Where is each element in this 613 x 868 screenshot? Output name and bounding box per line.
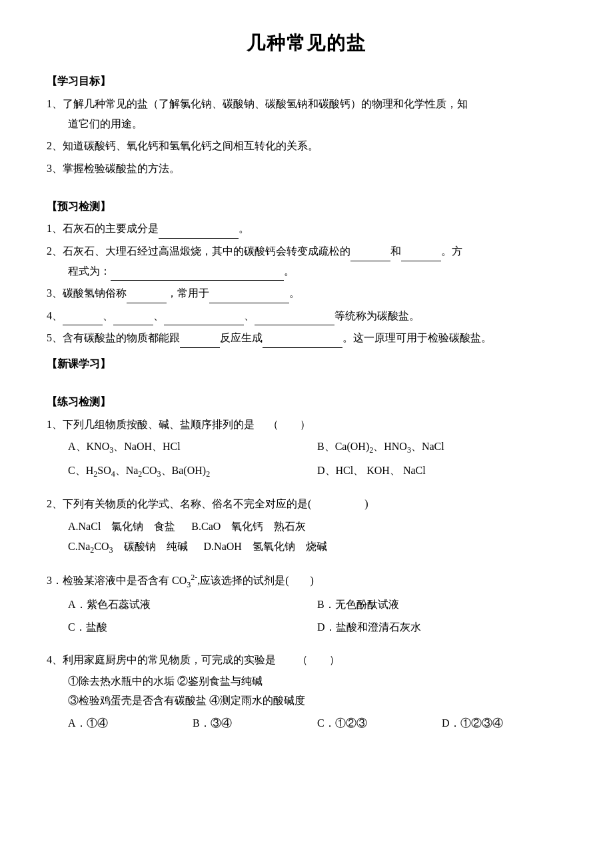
question-4: 4、利用家庭厨房中的常见物质，可完成的实验是 （ ） ①除去热水瓶中的水垢 ②鉴… — [47, 650, 566, 734]
learning-goal-2: 2、知道碳酸钙、氧化钙和氢氧化钙之间相互转化的关系。 — [47, 136, 566, 156]
q1-option-b: B、Ca(OH)2、HNO3、NaCl — [317, 437, 566, 458]
q3-option-b: B．无色酚酞试液 — [317, 595, 566, 615]
q4-sub-items: ①除去热水瓶中的水垢 ②鉴别食盐与纯碱 ③检验鸡蛋壳是否含有碳酸盐 ④测定雨水的… — [47, 672, 566, 711]
preview-q2: 2、石灰石、大理石经过高温煅烧，其中的碳酸钙会转变成疏松的和。方 程式为：。 — [47, 241, 566, 281]
question-2: 2、下列有关物质的化学式、名称、俗名不完全对应的是( ) A.NaCl 氯化钠 … — [47, 494, 566, 558]
q2-options-row2: C.Na2CO3 碳酸钠 纯碱 D.NaOH 氢氧化钠 烧碱 — [47, 537, 566, 558]
page-title: 几种常见的盐 — [47, 27, 566, 60]
question-3: 3．检验某溶液中是否含有 CO32-,应该选择的试剂是( ) A．紫色石蕊试液 … — [47, 570, 566, 637]
q1-option-d: D、HCl、 KOH、 NaCl — [317, 461, 566, 482]
preview-q3: 3、碳酸氢钠俗称，常用于。 — [47, 283, 566, 303]
q1-options-row1: A、KNO3、NaOH、HCl B、Ca(OH)2、HNO3、NaCl — [68, 437, 566, 458]
q4-sub-item-1: ①除去热水瓶中的水垢 ②鉴别食盐与纯碱 — [68, 672, 566, 691]
q1-option-a: A、KNO3、NaOH、HCl — [68, 437, 317, 458]
q3-text: 3．检验某溶液中是否含有 CO32-,应该选择的试剂是( ) — [47, 570, 566, 592]
q4-options-row1: A．①④ B．③④ C．①②③ D．①②③④ — [68, 713, 566, 733]
learning-goal-1: 1、了解几种常见的盐（了解氯化钠、碳酸钠、碳酸氢钠和碳酸钙）的物理和化学性质，知… — [47, 94, 566, 133]
q2-option-c: C.Na2CO3 碳酸钠 纯碱 D.NaOH 氢氧化钠 烧碱 — [68, 541, 327, 552]
preview-q1: 1、石灰石的主要成分是。 — [47, 219, 566, 239]
new-lesson-header: 【新课学习】 — [47, 355, 566, 374]
q1-option-c: C、H2SO4、Na2CO3、Ba(OH)2 — [68, 461, 317, 482]
q4-option-b: B．③④ — [193, 713, 317, 733]
practice-header: 【练习检测】 — [47, 393, 566, 412]
question-1: 1、下列几组物质按酸、碱、盐顺序排列的是 （ ） A、KNO3、NaOH、HCl… — [47, 415, 566, 483]
q3-option-c: C．盐酸 — [68, 617, 317, 637]
learning-goal-3: 3、掌握检验碳酸盐的方法。 — [47, 159, 566, 179]
preview-q5: 5、含有碳酸盐的物质都能跟反应生成。这一原理可用于检验碳酸盐。 — [47, 328, 566, 348]
q3-option-a: A．紫色石蕊试液 — [68, 595, 317, 615]
q2-option-a: A.NaCl 氯化钠 食盐 B.CaO 氧化钙 熟石灰 — [68, 521, 306, 532]
q4-option-a: A．①④ — [68, 713, 193, 733]
preview-q4: 4、、、、等统称为碳酸盐。 — [47, 306, 566, 326]
q1-options-row2: C、H2SO4、Na2CO3、Ba(OH)2 D、HCl、 KOH、 NaCl — [68, 461, 566, 482]
q4-sub-item-2: ③检验鸡蛋壳是否含有碳酸盐 ④测定雨水的酸碱度 — [68, 691, 566, 711]
q2-text: 2、下列有关物质的化学式、名称、俗名不完全对应的是( ) — [47, 494, 566, 514]
q2-options-row1: A.NaCl 氯化钠 食盐 B.CaO 氧化钙 熟石灰 — [47, 517, 566, 537]
q4-option-d: D．①②③④ — [442, 713, 566, 733]
learning-goals-header: 【学习目标】 — [47, 72, 566, 91]
preview-header: 【预习检测】 — [47, 197, 566, 217]
q1-text: 1、下列几组物质按酸、碱、盐顺序排列的是 （ ） — [47, 415, 566, 435]
q3-option-d: D．盐酸和澄清石灰水 — [317, 617, 566, 637]
q3-options-row2: C．盐酸 D．盐酸和澄清石灰水 — [68, 617, 566, 637]
q4-option-c: C．①②③ — [317, 713, 442, 733]
q3-options-row1: A．紫色石蕊试液 B．无色酚酞试液 — [68, 595, 566, 615]
q4-text: 4、利用家庭厨房中的常见物质，可完成的实验是 （ ） — [47, 650, 566, 670]
